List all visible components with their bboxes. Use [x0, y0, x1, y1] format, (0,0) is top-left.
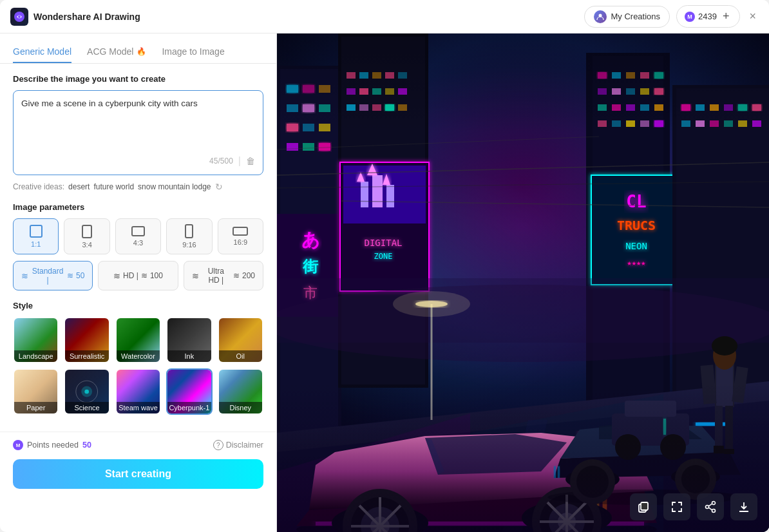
- svg-point-175: [706, 506, 709, 509]
- clear-prompt-button[interactable]: 🗑: [246, 156, 255, 166]
- credits-icon: M: [685, 12, 695, 22]
- style-section-label: Style: [13, 301, 263, 310]
- points-icon: M: [13, 440, 23, 450]
- points-value: 50: [82, 441, 91, 450]
- style-card-paper[interactable]: Paper: [13, 368, 59, 415]
- svg-line-176: [709, 504, 712, 506]
- prompt-section-label: Describe the image you want to create: [13, 74, 263, 84]
- points-label: Points needed: [27, 441, 79, 450]
- ratio-3-4[interactable]: 3:4: [64, 218, 109, 254]
- style-label-disney: Disney: [219, 402, 262, 413]
- tab-acg-model[interactable]: ACG Model 🔥: [87, 41, 146, 63]
- style-card-disney[interactable]: Disney: [218, 368, 263, 415]
- ratio-16-9-label: 16:9: [234, 238, 247, 246]
- right-panel: あ 街 市 DIGITAL ZONE: [277, 33, 769, 532]
- svg-rect-170: [277, 33, 769, 532]
- ratio-4-3[interactable]: 4:3: [115, 218, 161, 254]
- panel-body: Describe the image you want to create Gi…: [0, 64, 276, 432]
- ratio-3-4-label: 3:4: [82, 241, 91, 249]
- style-section: Style Landscape Surrealistic Water: [13, 301, 263, 415]
- tabs: Generic Model ACG Model 🔥 Image to Image: [0, 33, 276, 64]
- close-button[interactable]: ×: [746, 10, 759, 23]
- svg-point-1: [18, 15, 21, 18]
- idea-desert[interactable]: desert: [68, 182, 90, 191]
- ratio-9-16-label: 9:16: [182, 241, 196, 249]
- quality-hd-icon2: ≋: [141, 271, 147, 280]
- style-label-oil: Oil: [219, 350, 262, 362]
- style-card-science[interactable]: Science: [64, 368, 109, 415]
- quality-hd[interactable]: ≋ HD | ≋ 100: [98, 261, 178, 290]
- expand-image-button[interactable]: [663, 493, 690, 520]
- ratio-1-1[interactable]: 1:1: [13, 218, 59, 254]
- copy-image-button[interactable]: [630, 493, 657, 520]
- tab-image-to-image[interactable]: Image to Image: [162, 41, 224, 63]
- bottom-bar: M Points needed 50 ? Disclaimer: [0, 432, 276, 459]
- ratio-1-1-label: 1:1: [31, 240, 41, 248]
- main-content: Generic Model ACG Model 🔥 Image to Image…: [0, 33, 769, 532]
- quality-hd-icon: ≋: [113, 271, 120, 281]
- svg-point-174: [712, 509, 716, 513]
- style-card-steamwave[interactable]: Steam wave: [115, 368, 161, 415]
- quality-ultrahd-icon: ≋: [192, 271, 199, 281]
- ratio-16-9[interactable]: 16:9: [218, 218, 263, 254]
- quality-standard[interactable]: ≋ Standard | ≋ 50: [13, 261, 93, 290]
- app-window: Wondershare AI Drawing My Creations M 24…: [0, 0, 769, 532]
- ratio-16-9-icon: [233, 227, 248, 236]
- disclaimer-button[interactable]: ? Disclaimer: [213, 440, 263, 450]
- avatar: [594, 10, 607, 23]
- style-card-oil[interactable]: Oil: [218, 317, 263, 363]
- image-actions: [630, 493, 757, 520]
- svg-point-173: [712, 502, 716, 505]
- quality-ultrahd[interactable]: ≋ Ultra HD | ≋ 200: [184, 261, 263, 290]
- idea-snow-mountain[interactable]: snow mountain lodge: [138, 182, 211, 191]
- left-panel: Generic Model ACG Model 🔥 Image to Image…: [0, 33, 277, 532]
- ratio-9-16[interactable]: 9:16: [166, 218, 212, 254]
- idea-future-world[interactable]: future world: [93, 182, 134, 191]
- quality-row: ≋ Standard | ≋ 50 ≋ HD | ≋ 100 ≋ Ultra H…: [13, 261, 263, 290]
- style-card-landscape[interactable]: Landscape: [13, 317, 59, 363]
- divider: |: [238, 155, 241, 167]
- ratio-3-4-icon: [82, 225, 92, 238]
- style-label-ink: Ink: [167, 350, 211, 362]
- ratio-4-3-icon: [131, 226, 145, 236]
- svg-rect-172: [641, 502, 648, 510]
- style-card-surrealistic[interactable]: Surrealistic: [64, 317, 109, 363]
- style-label-cyberpunk: Cyberpunk-1: [167, 402, 211, 413]
- style-card-cyberpunk[interactable]: Cyberpunk-1: [166, 368, 212, 415]
- style-label-paper: Paper: [14, 402, 57, 413]
- style-card-watercolor[interactable]: Watercolor: [115, 317, 161, 363]
- style-grid: Landscape Surrealistic Watercolor: [13, 317, 263, 415]
- image-params-section: Image parameters 1:1 3:4 4:3: [13, 202, 263, 290]
- app-logo: [10, 8, 28, 26]
- creative-ideas-label: Creative ideas:: [13, 182, 64, 191]
- fire-badge: 🔥: [137, 47, 146, 56]
- style-card-ink[interactable]: Ink: [166, 317, 212, 363]
- generated-image: あ 街 市 DIGITAL ZONE: [277, 33, 769, 532]
- title-bar: Wondershare AI Drawing My Creations M 24…: [0, 0, 769, 33]
- tab-generic-model[interactable]: Generic Model: [13, 41, 71, 63]
- credits-button[interactable]: M 2439 +: [676, 5, 740, 28]
- params-label: Image parameters: [13, 202, 263, 212]
- tab-generic-model-label: Generic Model: [13, 46, 71, 57]
- download-image-button[interactable]: [730, 493, 757, 520]
- share-image-button[interactable]: [697, 493, 724, 520]
- tab-acg-model-label: ACG Model: [87, 46, 133, 57]
- refresh-ideas-button[interactable]: ↻: [215, 182, 223, 192]
- my-creations-button[interactable]: My Creations: [584, 6, 670, 28]
- style-label-science: Science: [65, 402, 108, 413]
- prompt-textarea[interactable]: Give me a scene in a cyberpunk city with…: [21, 99, 255, 150]
- style-label-surrealistic: Surrealistic: [65, 350, 108, 362]
- style-label-steamwave: Steam wave: [117, 402, 160, 413]
- add-credits-button[interactable]: +: [720, 10, 732, 23]
- start-creating-button[interactable]: Start creating: [13, 459, 263, 489]
- svg-point-5: [85, 390, 90, 394]
- prompt-footer: 45/500 | 🗑: [21, 155, 255, 167]
- ratio-9-16-icon: [185, 224, 193, 238]
- app-title: Wondershare AI Drawing: [33, 12, 584, 22]
- creative-ideas: Creative ideas: desert future world snow…: [13, 182, 263, 192]
- quality-ultrahd-icon2: ≋: [233, 271, 240, 280]
- points-row: M Points needed 50: [13, 440, 91, 450]
- style-label-landscape: Landscape: [14, 350, 57, 362]
- credits-count: 2439: [698, 12, 717, 21]
- prompt-container: Give me a scene in a cyberpunk city with…: [13, 90, 263, 175]
